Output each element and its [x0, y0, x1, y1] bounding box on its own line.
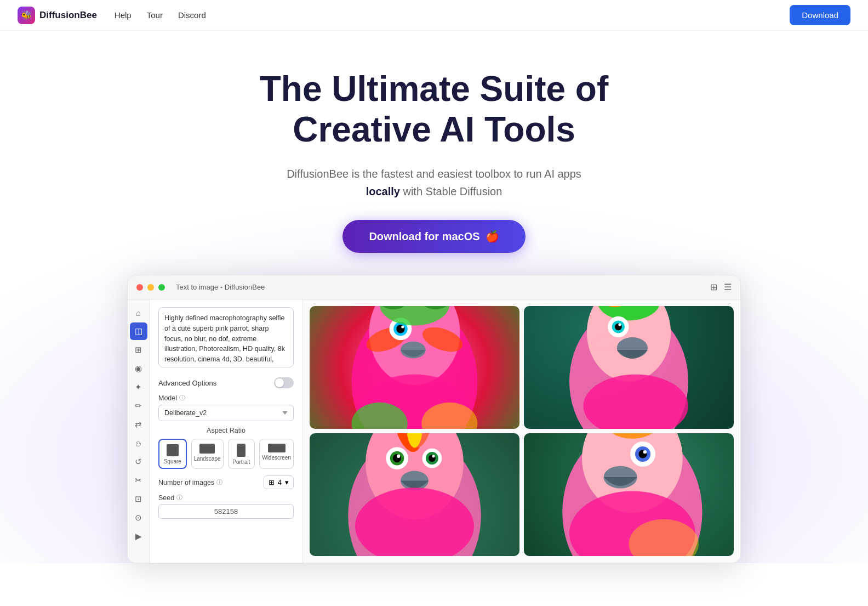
advanced-options-row: Advanced Options	[158, 377, 294, 388]
aspect-square-icon	[167, 444, 179, 456]
window-menu-icon[interactable]: ☰	[724, 282, 732, 292]
sidebar-icon-text-to-image[interactable]: ◫	[130, 322, 147, 340]
model-select[interactable]: Deliberate_v2	[158, 405, 294, 421]
logo-link[interactable]: 🐝 DiffusionBee	[18, 7, 97, 24]
aspect-landscape-icon	[199, 444, 215, 454]
image-grid	[303, 299, 740, 563]
apple-icon: 🍎	[486, 230, 499, 243]
hero-title: The Ultimate Suite of Creative AI Tools	[209, 69, 659, 150]
nav-download-button[interactable]: Download	[790, 5, 850, 25]
navbar-links: Help Tour Discord	[115, 10, 206, 20]
svg-point-8	[401, 326, 404, 329]
sidebar-icon-tools[interactable]: ✂	[130, 472, 147, 489]
generated-image-2	[524, 306, 734, 429]
navbar: 🐝 DiffusionBee Help Tour Discord Downloa…	[0, 0, 868, 31]
seed-value[interactable]: 582158	[158, 504, 294, 519]
aspect-square[interactable]: Square	[158, 439, 187, 469]
aspect-landscape[interactable]: Landscape	[191, 439, 224, 469]
sidebar-icon-export[interactable]: ⊙	[130, 509, 147, 526]
sidebar-icons: ⌂ ◫ ⊞ ◉ ✦ ✏ ⇄ ☺ ↺ ✂ ⊡ ⊙ ▶	[128, 299, 150, 563]
seed-row: Seed ⓘ	[158, 494, 294, 502]
svg-point-38	[397, 455, 400, 458]
left-panel: Highly defined macrophotography selfie o…	[150, 299, 303, 563]
aspect-widescreen[interactable]: Widescreen	[259, 439, 294, 469]
sidebar-icon-palette[interactable]: ◉	[130, 360, 147, 377]
num-images-row: Number of images ⓘ ⊞ 4 ▾	[158, 475, 294, 489]
model-info-icon: ⓘ	[179, 394, 185, 402]
svg-point-54	[643, 450, 647, 454]
num-images-grid-icon: ⊞	[269, 478, 275, 486]
window-icons: ⊞ ☰	[710, 282, 732, 292]
prompt-textarea[interactable]: Highly defined macrophotography selfie o…	[158, 307, 294, 367]
generated-image-1	[310, 306, 519, 429]
nav-help[interactable]: Help	[115, 10, 132, 20]
window-duplicate-icon[interactable]: ⊞	[710, 282, 717, 292]
traffic-light-green	[158, 284, 165, 291]
svg-point-27	[594, 336, 615, 350]
num-images-select[interactable]: ⊞ 4 ▾	[264, 475, 294, 489]
toggle-thumb	[275, 378, 284, 387]
logo-icon: 🐝	[18, 7, 35, 24]
sidebar-icon-face[interactable]: ☺	[130, 434, 147, 452]
app-body: ⌂ ◫ ⊞ ◉ ✦ ✏ ⇄ ☺ ↺ ✂ ⊡ ⊙ ▶ Highly defined…	[128, 299, 740, 563]
sidebar-icon-wand[interactable]: ✦	[130, 378, 147, 396]
svg-point-42	[432, 455, 435, 457]
nav-discord[interactable]: Discord	[178, 10, 206, 20]
sidebar-icon-document[interactable]: ⊡	[130, 490, 147, 508]
generated-image-3	[310, 433, 519, 556]
sidebar-icon-home[interactable]: ⌂	[130, 304, 147, 321]
hero-subtitle: DiffusionBee is the fastest and easiest …	[281, 165, 587, 200]
advanced-options-label: Advanced Options	[158, 379, 216, 387]
num-images-label: Number of images ⓘ	[158, 478, 222, 486]
seed-label: Seed ⓘ	[158, 494, 182, 502]
aspect-ratio-label: Aspect Ratio	[158, 427, 294, 434]
traffic-light-red	[136, 284, 143, 291]
sidebar-icon-image-grid[interactable]: ⊞	[130, 341, 147, 359]
hero-download-button[interactable]: Download for macOS 🍎	[342, 220, 525, 253]
app-section: Text to image - DiffusionBee ⊞ ☰ ⌂ ◫ ⊞ ◉…	[105, 275, 763, 563]
model-label: Model ⓘ	[158, 394, 294, 402]
generated-image-4	[524, 433, 734, 556]
num-images-info-icon: ⓘ	[216, 478, 222, 486]
advanced-options-toggle[interactable]	[274, 377, 294, 388]
aspect-widescreen-icon	[268, 444, 285, 452]
app-window: Text to image - DiffusionBee ⊞ ☰ ⌂ ◫ ⊞ ◉…	[127, 275, 741, 563]
traffic-light-yellow	[147, 284, 154, 291]
svg-point-25	[618, 324, 621, 326]
aspect-portrait-icon	[237, 444, 245, 457]
hero-section: The Ultimate Suite of Creative AI Tools …	[0, 31, 868, 563]
window-titlebar: Text to image - DiffusionBee ⊞ ☰	[128, 275, 740, 299]
seed-info-icon: ⓘ	[176, 494, 182, 502]
aspect-portrait[interactable]: Portrait	[228, 439, 255, 469]
sidebar-icon-video[interactable]: ▶	[130, 528, 147, 545]
num-images-value: 4	[278, 478, 282, 486]
nav-tour[interactable]: Tour	[147, 10, 163, 20]
sidebar-icon-arrows[interactable]: ⇄	[130, 416, 147, 433]
aspect-ratio-grid: Square Landscape Portrait Widescree	[158, 439, 294, 469]
sidebar-icon-pencil[interactable]: ✏	[130, 397, 147, 415]
sidebar-icon-history[interactable]: ↺	[130, 453, 147, 471]
logo-text: DiffusionBee	[39, 10, 97, 21]
num-images-chevron: ▾	[285, 478, 289, 486]
window-title: Text to image - DiffusionBee	[176, 283, 706, 291]
